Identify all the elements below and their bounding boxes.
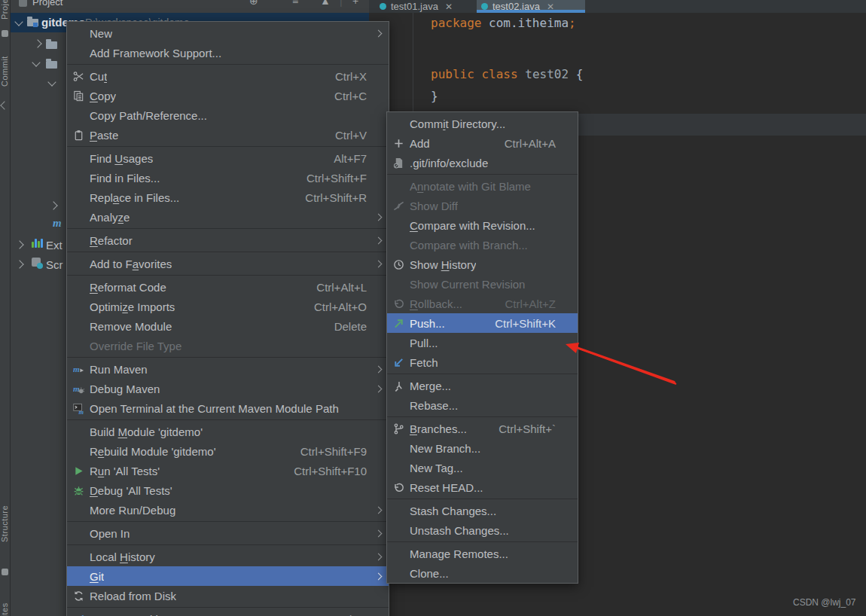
menu-item-rebase[interactable]: Rebase... bbox=[387, 395, 578, 415]
menu-item-compare-with-revision[interactable]: Compare with Revision... bbox=[387, 215, 578, 235]
menu-item-analyze[interactable]: Analyze bbox=[67, 207, 389, 227]
menu-item-merge[interactable]: Merge... bbox=[387, 376, 578, 395]
tree-node-external-libraries[interactable]: Ext bbox=[46, 239, 63, 252]
chevron-down-icon[interactable] bbox=[32, 58, 40, 66]
menu-item-unstash-changes[interactable]: Unstash Changes... bbox=[387, 520, 578, 540]
menu-item-copy[interactable]: CopyCtrl+C bbox=[67, 86, 389, 105]
menu-item-push[interactable]: Push...Ctrl+Shift+K bbox=[387, 313, 578, 333]
menu-item-stash-changes[interactable]: Stash Changes... bbox=[387, 501, 578, 520]
project-tool-icon bbox=[2, 30, 8, 37]
stripe-tab-commit[interactable]: Commit bbox=[0, 47, 10, 96]
menu-item-compare-with[interactable]: Compare WithCtrl+D bbox=[67, 609, 389, 616]
tree-node-scratches[interactable]: Scr bbox=[46, 258, 63, 271]
menu-item-label: Refactor bbox=[90, 234, 133, 247]
menu-item-override-file-type: Override File Type bbox=[67, 336, 389, 355]
menu-item-copy-path-reference[interactable]: Copy Path/Reference... bbox=[67, 105, 389, 125]
menu-separator bbox=[67, 544, 389, 545]
options-icon[interactable]: + bbox=[352, 0, 358, 7]
collapse-all-icon[interactable]: ≡ bbox=[292, 0, 298, 7]
menu-item-label: Reformat Code bbox=[90, 281, 166, 294]
menu-item-label: Compare With bbox=[90, 613, 162, 616]
menu-item-shortcut: Ctrl+Shift+R bbox=[284, 191, 367, 204]
menu-item-optimize-imports[interactable]: Optimize ImportsCtrl+Alt+O bbox=[67, 297, 389, 316]
menu-item-label: Rollback... bbox=[410, 297, 462, 310]
menu-icon-blank bbox=[392, 524, 405, 536]
menu-item-label: Build Module 'gitdemo' bbox=[90, 425, 203, 438]
menu-item-reformat-code[interactable]: Reformat CodeCtrl+Alt+L bbox=[67, 277, 389, 297]
menu-item-label: Paste bbox=[90, 129, 118, 142]
menu-item-local-history[interactable]: Local History bbox=[67, 547, 389, 566]
menu-item-debug-maven[interactable]: mDebug Maven bbox=[67, 379, 389, 398]
branch-icon bbox=[392, 422, 405, 435]
menu-item-pull[interactable]: Pull... bbox=[387, 333, 578, 352]
merge-icon bbox=[392, 380, 405, 392]
menu-item-label: Manage Remotes... bbox=[410, 547, 508, 560]
menu-item-git[interactable]: Git bbox=[67, 566, 389, 586]
tab-test01-java[interactable]: test01.java ✕ bbox=[375, 0, 474, 13]
menu-icon-blank bbox=[392, 462, 405, 474]
menu-item-reset-head[interactable]: Reset HEAD... bbox=[387, 477, 578, 497]
menu-item-replace-in-files[interactable]: Replace in Files...Ctrl+Shift+R bbox=[67, 188, 389, 207]
chevron-down-icon[interactable] bbox=[14, 17, 23, 26]
menu-item-label: Replace in Files... bbox=[90, 191, 179, 204]
menu-item-new-tag[interactable]: New Tag... bbox=[387, 458, 578, 477]
menu-item-add-to-favorites[interactable]: Add to Favorites bbox=[67, 254, 389, 273]
menu-icon-blank bbox=[392, 239, 405, 251]
close-icon[interactable]: ✕ bbox=[547, 2, 554, 12]
menu-item-run-maven[interactable]: mRun Maven bbox=[67, 359, 389, 379]
menu-item-run-all-tests[interactable]: Run 'All Tests'Ctrl+Shift+F10 bbox=[67, 461, 389, 480]
menu-item-refactor[interactable]: Refactor bbox=[67, 230, 389, 250]
menu-item-label: .git/info/exclude bbox=[410, 157, 488, 169]
menu-item-find-in-files[interactable]: Find in Files...Ctrl+Shift+F bbox=[67, 168, 389, 188]
maven-file-icon[interactable]: m bbox=[53, 217, 62, 230]
menu-separator bbox=[67, 228, 389, 229]
menu-item-manage-remotes[interactable]: Manage Remotes... bbox=[387, 544, 578, 563]
gutter-separator bbox=[413, 13, 413, 118]
menu-item-find-usages[interactable]: Find UsagesAlt+F7 bbox=[67, 148, 389, 168]
menu-item-compare-with-branch: Compare with Branch... bbox=[387, 235, 578, 255]
menu-item-paste[interactable]: PasteCtrl+V bbox=[67, 125, 389, 145]
locate-icon[interactable]: ⊕ bbox=[249, 0, 258, 7]
maven-terminal-icon: m bbox=[72, 402, 85, 414]
scroll-up-icon[interactable]: ▲ bbox=[320, 0, 331, 7]
stripe-tab-favorites[interactable]: Favorites bbox=[0, 580, 10, 616]
menu-item-label: More Run/Debug bbox=[90, 504, 175, 517]
menu-item-fetch[interactable]: Fetch bbox=[387, 352, 578, 372]
chevron-right-icon[interactable] bbox=[33, 39, 41, 47]
menu-item-label: Unstash Changes... bbox=[410, 524, 509, 537]
menu-item-rebuild-module-gitdemo[interactable]: Rebuild Module 'gitdemo'Ctrl+Shift+F9 bbox=[67, 441, 389, 461]
menu-icon-blank bbox=[72, 340, 85, 352]
menu-item-commit-directory[interactable]: Commit Directory... bbox=[387, 114, 578, 133]
chevron-right-icon[interactable] bbox=[15, 240, 23, 249]
stripe-tab-structure[interactable]: Structure bbox=[0, 486, 10, 561]
menu-item-debug-all-tests[interactable]: Debug 'All Tests' bbox=[67, 480, 389, 500]
menu-item-git-info-exclude[interactable]: .git/info/exclude bbox=[387, 153, 578, 172]
chevron-down-icon[interactable] bbox=[47, 78, 56, 86]
menu-item-add-framework-support[interactable]: Add Framework Support... bbox=[67, 43, 389, 63]
stripe-tab-project[interactable]: Project bbox=[0, 0, 10, 29]
menu-item-label: Git bbox=[90, 570, 104, 583]
menu-item-new[interactable]: New bbox=[67, 23, 389, 43]
menu-icon-blank bbox=[72, 152, 85, 164]
menu-icon-blank bbox=[72, 172, 85, 184]
menu-item-open-in[interactable]: Open In bbox=[67, 523, 389, 543]
menu-item-label: Find Usages bbox=[90, 152, 153, 165]
menu-icon-blank bbox=[392, 505, 405, 517]
menu-item-branches[interactable]: Branches...Ctrl+Shift+` bbox=[387, 419, 578, 438]
menu-item-show-history[interactable]: Show History bbox=[387, 255, 578, 274]
menu-item-add[interactable]: AddCtrl+Alt+A bbox=[387, 133, 578, 153]
menu-item-reload-from-disk[interactable]: Reload from Disk bbox=[67, 586, 389, 605]
menu-item-open-terminal-at-the-current-maven-module-path[interactable]: mOpen Terminal at the Current Maven Modu… bbox=[67, 398, 389, 418]
menu-separator bbox=[67, 607, 389, 608]
menu-item-build-module-gitdemo[interactable]: Build Module 'gitdemo' bbox=[67, 422, 389, 441]
run-icon bbox=[72, 465, 85, 477]
tab-test02-java[interactable]: test02.java ✕ bbox=[477, 0, 585, 13]
menu-item-cut[interactable]: CutCtrl+X bbox=[67, 66, 389, 86]
menu-item-more-run-debug[interactable]: More Run/Debug bbox=[67, 500, 389, 520]
menu-item-clone[interactable]: Clone... bbox=[387, 563, 578, 583]
chevron-right-icon[interactable] bbox=[15, 260, 23, 268]
close-icon[interactable]: ✕ bbox=[445, 2, 453, 12]
menu-item-new-branch[interactable]: New Branch... bbox=[387, 438, 578, 458]
menu-item-remove-module[interactable]: Remove ModuleDelete bbox=[67, 316, 389, 336]
chevron-right-icon[interactable] bbox=[49, 201, 57, 209]
